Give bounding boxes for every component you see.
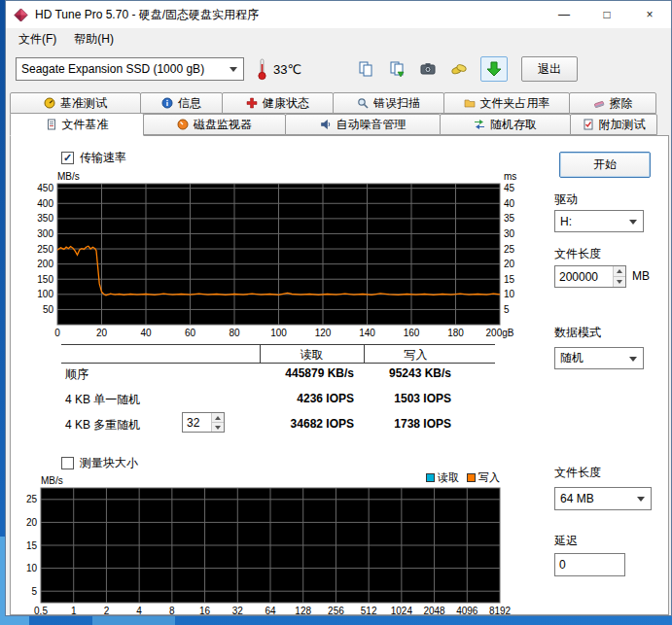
tab-label: 磁盘监视器 [194,117,252,133]
checkbox-checked-icon[interactable] [61,152,74,164]
data-mode-combobox[interactable]: 随机 [554,347,644,369]
chevron-down-icon [230,67,237,72]
tab-error-scan[interactable]: 错误扫描 [333,92,444,114]
svg-text:8192: 8192 [489,606,512,616]
block-file-length-combobox[interactable]: 64 MB [554,487,652,510]
row-sequential-label: 顺序 [65,366,88,383]
tab-aam[interactable]: 自动噪音管理 [285,114,441,135]
eraser-icon [593,97,605,109]
svg-text:350: 350 [37,213,53,224]
tab-label: 随机存取 [490,117,537,133]
tab-erase[interactable]: 擦除 [569,92,656,114]
spinner-down-button[interactable] [614,276,625,287]
disk-monitor-icon [177,119,189,130]
svg-text:160: 160 [404,328,420,338]
tab-file-benchmark[interactable]: 文件基准 [10,113,144,136]
magnifier-icon [357,97,369,109]
block-size-checkbox[interactable]: 测量块大小 [61,455,138,471]
info-icon [161,97,173,109]
copy-button[interactable] [352,56,379,82]
queue-depth-spinner[interactable] [182,412,225,433]
read-column-header: 读取 [260,347,364,364]
svg-text:MB/s: MB/s [57,171,80,182]
file-length-input[interactable] [555,266,613,287]
spinner-up-button[interactable] [614,266,625,276]
svg-text:100: 100 [270,328,287,338]
file-length-label: 文件长度 [554,246,601,262]
chevron-down-icon [637,497,645,502]
tab-row-1: 基准测试 信息 健康状态 错误扫描 文件夹占用率 擦除 [10,92,669,114]
tab-folder-usage[interactable]: 文件夹占用率 [443,92,570,114]
svg-text:120: 120 [315,328,332,338]
minimize-button[interactable]: — [543,1,585,28]
svg-text:25: 25 [504,244,515,255]
checkbox-unchecked-icon[interactable] [61,457,74,469]
delay-input[interactable] [554,553,625,576]
tab-health[interactable]: 健康状态 [222,92,334,114]
spinner-down-button[interactable] [212,422,224,432]
transfer-rate-checkbox[interactable]: 传输速率 [61,150,126,166]
drive-select-combobox[interactable]: Seagate Expansion SSD (1000 gB) [16,57,244,81]
random-access-icon [474,119,485,130]
save-results-button[interactable] [480,56,508,82]
copy-add-icon [388,60,406,78]
drive-label: 驱动 [554,191,578,208]
tab-random-access[interactable]: 随机存取 [440,114,571,135]
start-button[interactable]: 开始 [559,152,651,178]
row-4k-single-read: 4236 IOPS [205,392,354,405]
file-length-spinner[interactable] [554,265,626,288]
svg-text:60: 60 [185,328,196,338]
table-line-top [61,344,495,345]
svg-text:400: 400 [37,198,53,209]
svg-text:128: 128 [295,606,311,616]
svg-text:256: 256 [328,606,344,616]
svg-text:100: 100 [37,289,53,299]
svg-text:2048: 2048 [423,606,445,616]
folder-icon [464,97,476,109]
menu-file[interactable]: 文件(F) [10,28,65,51]
svg-text:2: 2 [104,606,110,616]
wallpaper-highlight [92,616,175,625]
tab-label: 自动噪音管理 [336,117,407,133]
drive-select-value: Seagate Expansion SSD (1000 gB) [21,62,204,76]
menu-help[interactable]: 帮助(H) [65,28,123,51]
tab-info[interactable]: 信息 [140,92,223,114]
svg-text:150: 150 [37,274,53,285]
screenshot-button[interactable] [414,56,442,82]
transfer-rate-chart: 4504540040350353003025025200201501510010… [17,171,522,340]
data-mode-label: 数据模式 [554,325,601,341]
row-sequential-read: 445879 KB/s [205,366,354,380]
copy-to-file-button[interactable] [383,56,410,82]
tab-benchmark[interactable]: 基准测试 [10,92,141,114]
tab-label: 附加测试 [599,117,646,133]
speaker-icon [320,119,332,130]
spinner-up-button[interactable] [212,413,224,422]
tab-extra-tests[interactable]: 附加测试 [570,114,657,135]
row-4k-multi-read: 34682 IOPS [234,417,354,431]
temperature-readout: 33℃ [273,62,301,77]
svg-text:1024: 1024 [391,606,413,616]
title-bar[interactable]: HD Tune Pro 5.70 - 硬盘/固态硬盘实用程序 — □ × [6,1,671,28]
maximize-button[interactable]: □ [585,1,628,28]
file-benchmark-panel: 传输速率 45045400403503530030250252002015015… [10,135,669,615]
donate-button[interactable] [445,56,473,82]
svg-text:40: 40 [140,328,152,338]
toolbar: Seagate Expansion SSD (1000 gB) 33℃ [6,50,671,88]
block-file-length-label: 文件长度 [554,465,601,481]
extra-tests-icon [583,119,594,130]
drive-combobox[interactable]: H: [554,210,644,232]
svg-text:50: 50 [43,304,54,315]
svg-text:1: 1 [71,606,77,616]
svg-text:300: 300 [37,228,53,239]
tab-disk-monitor[interactable]: 磁盘监视器 [143,114,286,135]
svg-text:16: 16 [199,606,211,616]
svg-text:30: 30 [504,228,515,239]
svg-text:ms: ms [504,171,516,182]
close-button[interactable]: × [628,1,671,28]
chevron-down-icon [629,220,637,225]
tab-row-2: 文件基准 磁盘监视器 自动噪音管理 随机存取 附加测试 [10,114,669,135]
block-size-checkbox-label: 测量块大小 [80,455,138,471]
exit-button[interactable]: 退出 [521,56,578,82]
queue-depth-input[interactable] [183,413,211,432]
svg-text:250: 250 [37,244,53,255]
